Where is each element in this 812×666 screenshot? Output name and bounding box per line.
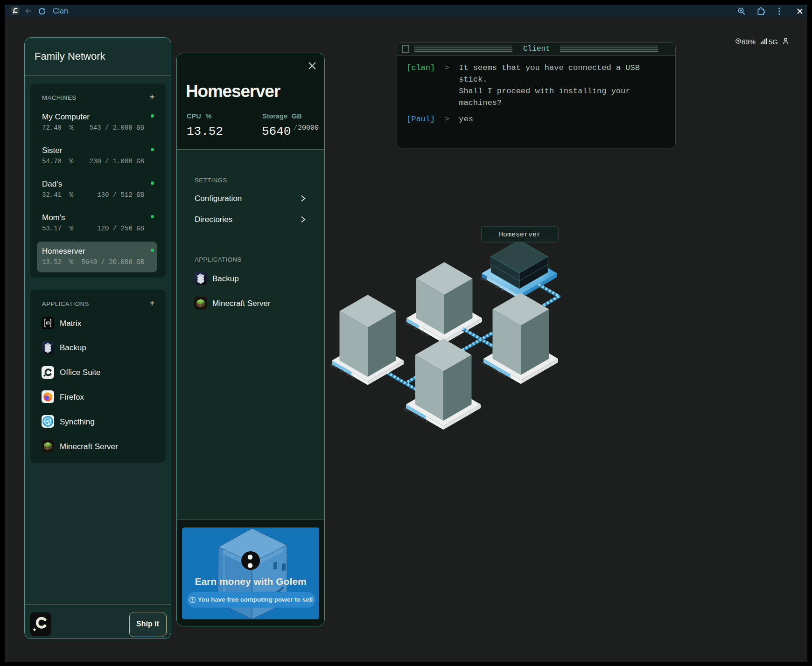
svg-text:Homeserver: Homeserver (499, 231, 541, 239)
